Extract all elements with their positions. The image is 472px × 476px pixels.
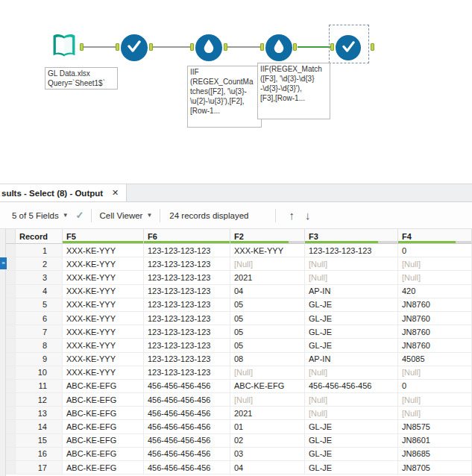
cell[interactable]: 01: [230, 420, 305, 433]
row-handle[interactable]: [6, 285, 16, 298]
row-handle[interactable]: [6, 312, 16, 325]
fields-dropdown[interactable]: 5 of 5 Fields ▼: [12, 211, 69, 220]
cell[interactable]: 2021: [230, 271, 305, 284]
cell[interactable]: XXX-KE-YYY: [63, 257, 144, 271]
row-handle[interactable]: [6, 407, 16, 420]
record-number[interactable]: 13: [16, 407, 63, 420]
row-handle[interactable]: [6, 448, 16, 461]
output-anchor[interactable]: [80, 43, 84, 51]
record-number[interactable]: 5: [16, 298, 63, 312]
cell[interactable]: 05: [230, 339, 305, 352]
cell[interactable]: XXX-KE-YYY: [230, 244, 305, 257]
cell[interactable]: 123-123-123-123: [144, 298, 230, 312]
cell[interactable]: [Null]: [398, 257, 472, 271]
cell[interactable]: ABC-KE-EFG: [63, 380, 144, 393]
column-header-f3[interactable]: F3: [305, 229, 398, 244]
cell-viewer-dropdown[interactable]: Cell Viewer ▼: [99, 211, 152, 220]
record-number[interactable]: 1: [16, 244, 63, 257]
cell[interactable]: [Null]: [230, 393, 305, 407]
results-tab[interactable]: sults - Select (8) - Output ✕: [0, 184, 127, 201]
row-handle[interactable]: [6, 380, 16, 393]
table-row[interactable]: 11ABC-KE-EFG456-456-456-456ABC-KE-EFG456…: [6, 380, 472, 393]
table-row[interactable]: 8XXX-KE-YYY123-123-123-12305GL-JEJN8760: [6, 339, 472, 352]
cell[interactable]: XXX-KE-YYY: [63, 353, 144, 366]
cell[interactable]: 456-456-456-456: [144, 461, 230, 475]
record-number[interactable]: 7: [16, 325, 63, 339]
table-row[interactable]: 14ABC-KE-EFG456-456-456-45601GL-JEJN8575: [6, 420, 472, 433]
cell[interactable]: 123-123-123-123: [144, 257, 230, 271]
cell[interactable]: 420: [398, 285, 472, 298]
cell[interactable]: XXX-KE-YYY: [63, 366, 144, 380]
input-anchor[interactable]: [260, 43, 264, 51]
cell[interactable]: 123-123-123-123: [305, 244, 398, 257]
record-number[interactable]: 11: [16, 380, 63, 393]
cell[interactable]: GL-JE: [305, 312, 398, 325]
table-row[interactable]: 6XXX-KE-YYY123-123-123-12305GL-JEJN8760: [6, 312, 472, 325]
cell[interactable]: JN8760: [398, 325, 472, 339]
cell[interactable]: 456-456-456-456: [144, 434, 230, 448]
select-tool[interactable]: [121, 34, 148, 61]
cell[interactable]: 123-123-123-123: [144, 339, 230, 352]
cell[interactable]: 03: [230, 448, 305, 461]
cell[interactable]: 08: [230, 353, 305, 366]
input-tool-annotation[interactable]: GL Data.xlsx Query=`Sheet1$`: [45, 67, 118, 90]
record-number[interactable]: 9: [16, 353, 63, 366]
output-anchor[interactable]: [293, 43, 297, 51]
cell[interactable]: JN8760: [398, 312, 472, 325]
row-handle[interactable]: [6, 244, 16, 257]
cell[interactable]: GL-JE: [305, 448, 398, 461]
cell[interactable]: 123-123-123-123: [144, 271, 230, 284]
cell[interactable]: ABC-KE-EFG: [63, 434, 144, 448]
record-number[interactable]: 6: [16, 312, 63, 325]
record-number[interactable]: 16: [16, 448, 63, 461]
column-header-f5[interactable]: F5: [63, 229, 144, 244]
cell[interactable]: [Null]: [230, 366, 305, 380]
scroll-up-icon[interactable]: ↑: [289, 209, 295, 222]
cell[interactable]: 05: [230, 325, 305, 339]
cell[interactable]: [Null]: [398, 271, 472, 284]
record-number[interactable]: 10: [16, 366, 63, 380]
cell[interactable]: 123-123-123-123: [144, 312, 230, 325]
row-handle[interactable]: [6, 257, 16, 271]
row-handle[interactable]: [6, 461, 16, 475]
cell[interactable]: JN8685: [398, 448, 472, 461]
cell[interactable]: 456-456-456-456: [144, 393, 230, 407]
row-handle[interactable]: [6, 353, 16, 366]
cell[interactable]: 05: [230, 312, 305, 325]
cell[interactable]: ABC-KE-EFG: [230, 380, 305, 393]
table-row[interactable]: 3XXX-KE-YYY123-123-123-1232021[Null][Nul…: [6, 271, 472, 284]
cell[interactable]: XXX-KE-YYY: [63, 244, 144, 257]
cell[interactable]: XXX-KE-YYY: [63, 325, 144, 339]
cell[interactable]: JN8601: [398, 434, 472, 448]
column-header-f6[interactable]: F6: [144, 229, 230, 244]
record-number[interactable]: 8: [16, 339, 63, 352]
multi-row-formula-tool-1[interactable]: [195, 34, 222, 61]
cell[interactable]: 123-123-123-123: [144, 353, 230, 366]
record-number[interactable]: 17: [16, 461, 63, 475]
cell[interactable]: 456-456-456-456: [305, 380, 398, 393]
input-anchor[interactable]: [190, 43, 194, 51]
cell[interactable]: 05: [230, 298, 305, 312]
cell[interactable]: JN8575: [398, 420, 472, 433]
table-row[interactable]: 4XXX-KE-YYY123-123-123-12304AP-IN420: [6, 285, 472, 298]
cell[interactable]: [Null]: [398, 366, 472, 380]
cell[interactable]: GL-JE: [305, 420, 398, 433]
row-handle[interactable]: [6, 420, 16, 433]
cell[interactable]: JN8705: [398, 461, 472, 475]
cell[interactable]: AP-IN: [305, 285, 398, 298]
output-anchor[interactable]: [149, 43, 153, 51]
table-row[interactable]: 10XXX-KE-YYY123-123-123-123[Null][Null][…: [6, 366, 472, 380]
output-anchor[interactable]: [371, 43, 374, 51]
cell[interactable]: [Null]: [305, 393, 398, 407]
workflow-canvas[interactable]: GL Data.xlsx Query=`Sheet1$` IIF (REGEX_…: [0, 0, 472, 184]
cell[interactable]: [Null]: [305, 257, 398, 271]
cell[interactable]: 123-123-123-123: [144, 285, 230, 298]
record-number[interactable]: 4: [16, 285, 63, 298]
cell[interactable]: 04: [230, 461, 305, 475]
table-row[interactable]: 17ABC-KE-EFG456-456-456-45604GL-JEJN8705: [6, 461, 472, 475]
input-data-tool[interactable]: [49, 31, 79, 60]
record-number[interactable]: 15: [16, 434, 63, 448]
row-handle[interactable]: [6, 366, 16, 380]
cell[interactable]: 456-456-456-456: [144, 420, 230, 433]
cell[interactable]: [Null]: [305, 271, 398, 284]
